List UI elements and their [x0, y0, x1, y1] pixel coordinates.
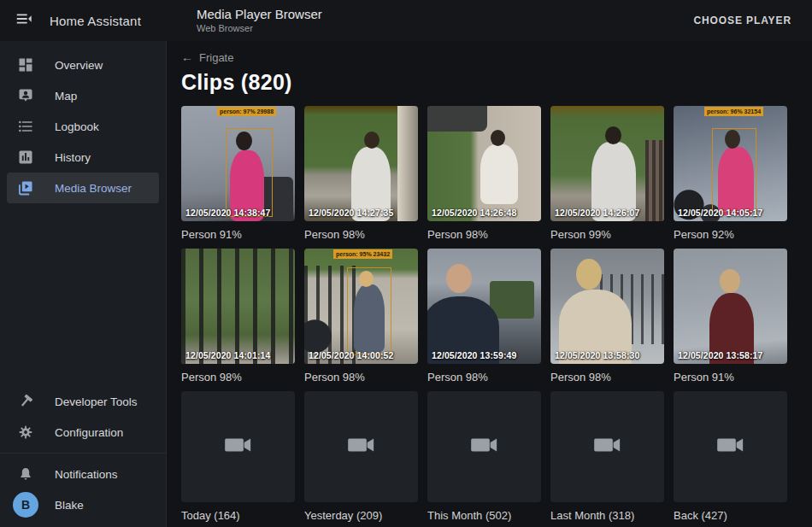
scene-prop [490, 281, 534, 319]
folder-thumbnail[interactable] [427, 391, 541, 502]
sidebar-item-label: History [55, 151, 91, 164]
detection-label: person: 97% 29988 [217, 107, 276, 116]
folder-card[interactable]: Back (427) [674, 391, 787, 523]
sidebar-item-label: Logbook [55, 120, 99, 133]
person-silhouette [480, 144, 518, 204]
clip-card[interactable]: 12/05/2020 14:26:07Person 99% [550, 106, 664, 242]
sidebar-item-media-browser[interactable]: Media Browser [7, 173, 159, 203]
sidebar-toggle-button[interactable] [14, 10, 34, 31]
clip-thumbnail[interactable]: person: 97% 2998812/05/2020 14:38:47 [181, 106, 295, 221]
folder-label: This Month (502) [427, 509, 541, 523]
detection-label: person: 95% 23432 [333, 249, 392, 259]
clip-card[interactable]: 12/05/2020 14:27:35Person 98% [304, 106, 418, 242]
person-silhouette [605, 126, 621, 144]
clip-card[interactable]: person: 96% 3215412/05/2020 14:05:17Pers… [674, 106, 787, 242]
clip-timestamp: 12/05/2020 13:58:30 [555, 350, 663, 360]
app-header: Home Assistant Media Player Browser Web … [0, 0, 812, 41]
clip-card[interactable]: person: 97% 2998812/05/2020 14:38:47Pers… [181, 106, 295, 242]
person-silhouette [446, 264, 472, 293]
sidebar-item-label: Overview [55, 59, 103, 72]
clip-thumbnail[interactable]: 12/05/2020 13:58:30 [550, 249, 664, 364]
sidebar-item-developer-tools[interactable]: Developer Tools [7, 386, 159, 417]
detection-bounding-box [226, 128, 273, 217]
clip-thumbnail[interactable]: 12/05/2020 14:26:07 [550, 106, 664, 221]
chart-box-icon [15, 147, 36, 167]
account-box-icon [15, 85, 36, 106]
breadcrumb-back[interactable]: ← Frigate [181, 50, 233, 65]
scene-prop [427, 106, 487, 132]
scene-prop [397, 106, 418, 221]
sidebar-divider [0, 453, 166, 454]
list-bulleted-icon [15, 116, 36, 137]
clip-card[interactable]: 12/05/2020 13:58:30Person 98% [550, 249, 664, 384]
bell-icon [15, 464, 36, 484]
clip-timestamp: 12/05/2020 14:26:07 [555, 208, 663, 218]
clip-thumbnail[interactable]: person: 96% 3215412/05/2020 14:05:17 [674, 106, 787, 221]
clips-page-title: Clips (820) [181, 68, 798, 96]
clip-confidence-label: Person 98% [427, 371, 541, 384]
clip-timestamp: 12/05/2020 13:59:49 [432, 350, 540, 360]
sidebar-item-label: Map [55, 90, 77, 102]
clip-card[interactable]: 12/05/2020 13:58:17Person 91% [674, 249, 787, 384]
clip-timestamp: 12/05/2020 14:27:35 [309, 208, 417, 218]
breadcrumb-label: Frigate [199, 51, 233, 64]
sidebar-item-overview[interactable]: Overview [7, 50, 159, 80]
folder-thumbnail[interactable] [304, 391, 418, 502]
clip-timestamp: 12/05/2020 14:26:48 [432, 208, 540, 218]
clip-thumbnail[interactable]: 12/05/2020 13:58:17 [674, 249, 787, 364]
sidebar-item-notifications[interactable]: Notifications [7, 459, 159, 489]
detection-bounding-box [712, 128, 756, 212]
play-box-multiple-icon [15, 178, 36, 198]
clips-grid: person: 97% 2998812/05/2020 14:38:47Pers… [181, 106, 798, 384]
folder-thumbnail[interactable] [674, 391, 787, 502]
folder-label: Yesterday (209) [304, 509, 418, 523]
clip-card[interactable]: 12/05/2020 13:59:49Person 98% [427, 249, 541, 384]
folder-thumbnail[interactable] [550, 391, 664, 502]
folder-card[interactable]: Yesterday (209) [304, 391, 418, 523]
folder-thumbnail[interactable] [181, 391, 295, 502]
videocam-icon [468, 428, 502, 466]
folder-card[interactable]: Last Month (318) [550, 391, 664, 523]
folder-card[interactable]: This Month (502) [427, 391, 541, 523]
clip-confidence-label: Person 92% [674, 228, 787, 242]
detection-bounding-box [347, 267, 391, 355]
sidebar-item-label: Notifications [55, 468, 118, 481]
clip-confidence-label: Person 99% [550, 228, 664, 242]
clip-thumbnail[interactable]: person: 95% 2343212/05/2020 14:00:52 [304, 249, 418, 364]
clip-timestamp: 12/05/2020 14:05:17 [678, 208, 786, 218]
clip-confidence-label: Person 98% [304, 228, 418, 242]
clip-thumbnail[interactable]: 12/05/2020 13:59:49 [427, 249, 541, 364]
person-silhouette [576, 259, 602, 290]
sidebar-item-logbook[interactable]: Logbook [7, 111, 159, 142]
sidebar-item-label: Configuration [55, 426, 123, 439]
sidebar-item-history[interactable]: History [7, 142, 159, 173]
clip-card[interactable]: 12/05/2020 14:01:14Person 98% [181, 249, 295, 384]
clip-card[interactable]: person: 95% 2343212/05/2020 14:00:52Pers… [304, 249, 418, 384]
folder-label: Back (427) [674, 509, 787, 523]
user-name: Blake [55, 499, 84, 512]
page-subtitle: Web Browser [197, 23, 322, 34]
clip-thumbnail[interactable]: 12/05/2020 14:27:35 [304, 106, 418, 221]
clip-card[interactable]: 12/05/2020 14:26:48Person 98% [427, 106, 541, 242]
sidebar-item-label: Media Browser [55, 182, 132, 195]
sidebar-item-configuration[interactable]: Configuration [7, 417, 159, 448]
page-title-block: Media Player Browser Web Browser [197, 7, 322, 34]
clip-thumbnail[interactable]: 12/05/2020 14:01:14 [181, 249, 295, 364]
sidebar-item-profile[interactable]: B Blake [7, 489, 159, 520]
clip-timestamp: 12/05/2020 14:38:47 [185, 208, 294, 218]
choose-player-button[interactable]: CHOOSE PLAYER [688, 8, 797, 33]
clip-thumbnail[interactable]: 12/05/2020 14:26:48 [427, 106, 541, 221]
scene-prop [181, 249, 295, 364]
folders-grid: Today (164)Yesterday (209)This Month (50… [181, 391, 798, 523]
menu-open-icon [15, 9, 33, 32]
videocam-icon [714, 428, 748, 466]
clip-confidence-label: Person 98% [304, 371, 418, 384]
gear-icon [15, 422, 36, 442]
clip-confidence-label: Person 98% [550, 371, 664, 384]
user-avatar[interactable]: B [13, 492, 38, 518]
sidebar-item-map[interactable]: Map [7, 80, 159, 111]
sidebar: OverviewMapLogbookHistoryMedia Browser D… [0, 41, 167, 527]
view-dashboard-icon [15, 55, 36, 75]
videocam-icon [591, 428, 625, 466]
folder-card[interactable]: Today (164) [181, 391, 295, 523]
